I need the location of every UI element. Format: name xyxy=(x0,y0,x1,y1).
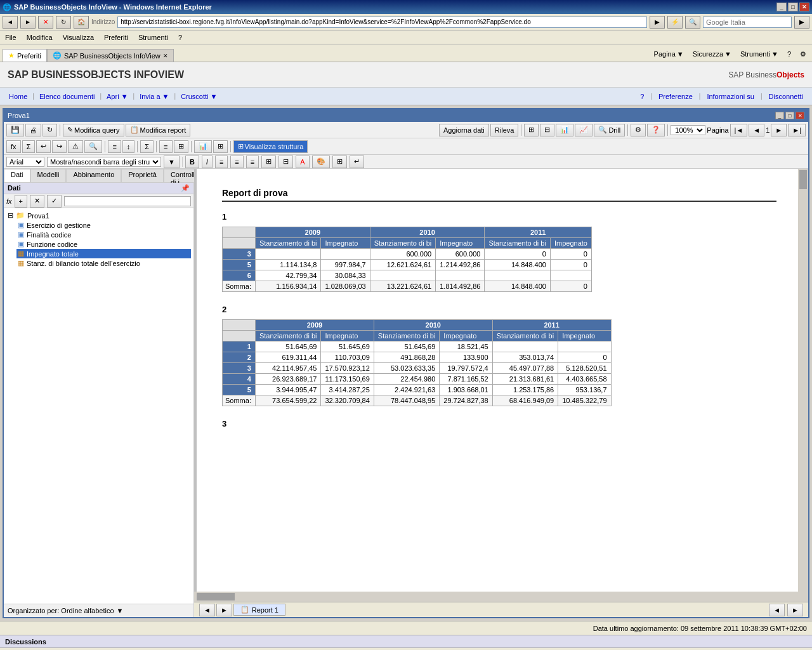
text-align-c[interactable]: ≡ xyxy=(230,156,243,168)
nav-right[interactable]: ► xyxy=(787,604,803,616)
nav-left[interactable]: ◄ xyxy=(769,604,785,616)
tb2-table[interactable]: ⊞ xyxy=(213,140,228,153)
menu-help[interactable]: ? xyxy=(176,32,185,43)
drill-btn[interactable]: 🔍 Drill xyxy=(594,124,625,136)
tab-modelli[interactable]: Modelli xyxy=(30,169,67,182)
nav-preferenze[interactable]: Preferenze xyxy=(655,91,697,102)
nav-cruscotti[interactable]: Cruscotti ▼ xyxy=(177,91,221,102)
nav-help[interactable]: ? xyxy=(636,91,648,102)
nav-apri[interactable]: Apri ▼ xyxy=(103,91,132,102)
text-indent[interactable]: ⊞ xyxy=(261,156,276,168)
vertical-scrollbar[interactable] xyxy=(798,169,808,592)
tab-preferiti[interactable]: ★ Preferiti xyxy=(3,49,47,62)
text-merge[interactable]: ⊟ xyxy=(278,156,293,168)
nav-disconnetti[interactable]: Disconnetti xyxy=(765,91,807,102)
tb2-3[interactable]: ↩ xyxy=(36,140,51,153)
maximize-button[interactable]: □ xyxy=(788,3,798,11)
close-button[interactable]: ✕ xyxy=(799,3,809,11)
page-first[interactable]: |◄ xyxy=(730,124,748,136)
formula-extra[interactable]: ▼ xyxy=(164,156,180,168)
tb2-indent[interactable]: ⊞ xyxy=(174,140,188,153)
border-btn[interactable]: ⊞ xyxy=(332,156,347,168)
tree-item-4[interactable]: ▦ Stanz. di bilancio totale dell'eserciz… xyxy=(16,258,191,268)
nav-home[interactable]: Home xyxy=(5,91,31,102)
menu-preferiti[interactable]: Preferiti xyxy=(102,32,131,43)
pin-icon[interactable]: 📌 xyxy=(181,184,190,192)
tb2-align[interactable]: ≡ xyxy=(159,140,172,153)
back-button[interactable]: ◄ xyxy=(3,16,18,29)
confirm-formula-btn[interactable]: ✓ xyxy=(47,195,62,208)
toolbar-refresh-icon[interactable]: ↻ xyxy=(43,124,57,136)
toolbar-print-icon[interactable]: 🖨 xyxy=(25,124,41,136)
toolbar-icons-4[interactable]: 📈 xyxy=(575,124,593,136)
font-select[interactable]: Arial xyxy=(6,157,44,167)
tb2-sort[interactable]: ↕ xyxy=(122,140,135,153)
scroll-thumb[interactable] xyxy=(799,170,807,189)
menu-visualizza[interactable]: Visualizza xyxy=(60,32,96,43)
doc-minimize[interactable]: _ xyxy=(775,112,784,119)
report-tab-1[interactable]: 📋 Report 1 xyxy=(233,604,285,616)
tree-item-2[interactable]: ▣ Funzione codice xyxy=(16,239,191,249)
window-controls[interactable]: _ □ ✕ xyxy=(776,3,809,11)
tab-close-icon[interactable]: ✕ xyxy=(163,53,168,59)
font-italic[interactable]: I xyxy=(202,156,213,168)
tb2-7[interactable]: ≡ xyxy=(108,140,121,153)
tab-infoview[interactable]: 🌐 SAP BusinessObjects InfoView ✕ xyxy=(47,49,174,62)
tree-root[interactable]: ⊟ 📁 Prova1 xyxy=(6,211,191,220)
minimize-button[interactable]: _ xyxy=(776,3,787,11)
address-input[interactable] xyxy=(117,17,647,28)
text-align-l[interactable]: ≡ xyxy=(215,156,228,168)
text-align-r[interactable]: ≡ xyxy=(246,156,259,168)
strumenti-button[interactable]: Strumenti ▼ xyxy=(737,48,782,60)
tb2-4[interactable]: ↪ xyxy=(52,140,67,153)
toolbar-save-icon[interactable]: 💾 xyxy=(6,124,24,136)
tab-abbinamento[interactable]: Abbinamento xyxy=(66,169,121,182)
modifica-report-btn[interactable]: 📋 Modifica report xyxy=(126,124,191,136)
modifica-query-btn[interactable]: ✎ Modifica query xyxy=(63,124,124,136)
tab-proprieta[interactable]: Proprietà xyxy=(121,169,164,182)
doc-window-controls[interactable]: _ □ ✕ xyxy=(775,112,804,119)
delete-formula-btn[interactable]: ✕ xyxy=(30,195,44,208)
nav-elenco[interactable]: Elenco documenti xyxy=(36,91,98,102)
refresh-button[interactable]: ↻ xyxy=(56,16,71,29)
dropdown-icon[interactable]: ▼ xyxy=(117,607,124,614)
search-input[interactable] xyxy=(703,17,792,28)
bg-color[interactable]: 🎨 xyxy=(312,156,330,168)
go-button[interactable]: ▶ xyxy=(650,16,665,29)
tb2-5[interactable]: ⚠ xyxy=(68,140,83,153)
toolbar-icons-1[interactable]: ⊞ xyxy=(524,124,539,136)
tree-item-1[interactable]: ▣ Finalità codice xyxy=(16,230,191,239)
tb2-sum2[interactable]: Σ xyxy=(140,140,154,153)
toolbar-icons-3[interactable]: 📊 xyxy=(556,124,573,136)
feed-button[interactable]: ⚡ xyxy=(667,16,683,29)
doc-maximize[interactable]: □ xyxy=(785,112,794,119)
toolbar-extra2[interactable]: ❓ xyxy=(647,124,665,136)
report-tab-next[interactable]: ► xyxy=(216,604,232,616)
menu-strumenti[interactable]: Strumenti xyxy=(136,32,171,43)
visualizza-struttura-btn[interactable]: ⊞ Visualizza struttura xyxy=(233,140,308,153)
tab-dati[interactable]: Dati xyxy=(4,169,30,182)
menu-modifica[interactable]: Modifica xyxy=(24,32,55,43)
scroll-report[interactable]: Report di prova 1 2009 2010 2011 xyxy=(197,169,808,592)
doc-close[interactable]: ✕ xyxy=(796,112,804,119)
stop-button[interactable]: ✕ xyxy=(38,16,53,29)
tb2-2[interactable]: Σ xyxy=(22,140,36,153)
rileva-btn[interactable]: Rileva xyxy=(490,124,519,136)
page-prev[interactable]: ◄ xyxy=(749,124,764,136)
page-next[interactable]: ► xyxy=(771,124,787,136)
tb2-1[interactable]: fx xyxy=(6,140,21,153)
font-color[interactable]: A xyxy=(296,156,309,168)
home-button[interactable]: 🏠 xyxy=(74,16,89,29)
horizontal-scrollbar[interactable] xyxy=(194,592,808,602)
tb2-6[interactable]: 🔍 xyxy=(84,140,102,153)
help-toolbar-button[interactable]: ? xyxy=(784,48,794,60)
options-button[interactable]: ⚙ xyxy=(797,48,809,60)
formula-mode-select[interactable]: Mostra/nascondi barra degli strumenti de… xyxy=(47,157,161,167)
nav-informazioni[interactable]: Informazioni su xyxy=(703,91,758,102)
aggiorna-dati-btn[interactable]: Aggiorna dati xyxy=(439,124,489,136)
hscroll-thumb[interactable] xyxy=(197,593,235,600)
toolbar-icons-2[interactable]: ⊟ xyxy=(540,124,554,136)
zoom-select[interactable]: 100% 75% 125% xyxy=(671,125,705,135)
add-formula-btn[interactable]: + xyxy=(15,195,27,208)
tree-item-3[interactable]: ▦ Impegnato totale xyxy=(16,249,191,258)
